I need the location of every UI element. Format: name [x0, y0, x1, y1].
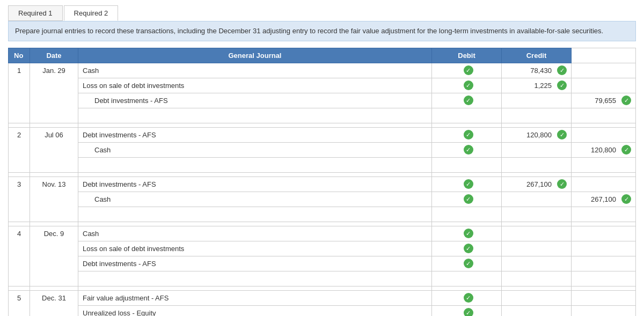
- account-cell: Cash: [78, 142, 432, 157]
- entry-no: 4: [9, 226, 30, 286]
- row-check: ✓: [432, 93, 502, 108]
- entry-date: Dec. 31: [30, 290, 78, 316]
- table-row: [9, 207, 636, 222]
- account-cell: Debt investments - AFS: [78, 256, 432, 271]
- row-check: [432, 108, 502, 123]
- table-row: Unrealized loss - Equity✓: [9, 305, 636, 316]
- entry-date: Jan. 29: [30, 63, 78, 123]
- description-box: Prepare journal entries to record these …: [8, 21, 636, 41]
- table-row: Debt investments - AFS✓: [9, 256, 636, 271]
- spacer-row: [9, 286, 636, 290]
- debit-cell: [502, 305, 572, 316]
- account-cell: Loss on sale of debt investments: [78, 78, 432, 93]
- credit-cell: 79,655✓: [572, 93, 636, 108]
- table-row: 2Jul 06Debt investments - AFS✓120,800✓: [9, 127, 636, 142]
- debit-cell: [502, 207, 572, 222]
- table-row: 5Dec. 31Fair value adjustment - AFS✓: [9, 290, 636, 305]
- account-cell: [78, 207, 432, 222]
- header-date: Date: [30, 48, 78, 63]
- debit-cell: 120,800✓: [502, 127, 572, 142]
- row-check: ✓: [432, 127, 502, 142]
- account-cell: [78, 271, 432, 286]
- table-row: 1Jan. 29Cash✓78,430✓: [9, 63, 636, 78]
- table-row: Loss on sale of debt investments✓: [9, 241, 636, 256]
- row-check: [432, 157, 502, 172]
- credit-cell: [572, 290, 636, 305]
- debit-cell: 78,430✓: [502, 63, 572, 78]
- table-row: 3Nov. 13Debt investments - AFS✓267,100✓: [9, 177, 636, 192]
- table-row: Cash✓120,800✓: [9, 142, 636, 157]
- credit-cell: [572, 127, 636, 142]
- row-check: ✓: [432, 142, 502, 157]
- debit-cell: [502, 157, 572, 172]
- row-check: ✓: [432, 290, 502, 305]
- table-row: [9, 271, 636, 286]
- credit-cell: [572, 256, 636, 271]
- page-wrapper: Required 1 Required 2 Prepare journal en…: [0, 0, 644, 316]
- table-row: [9, 157, 636, 172]
- description-text: Prepare journal entries to record these …: [15, 27, 603, 35]
- row-check: ✓: [432, 78, 502, 93]
- credit-cell: [572, 78, 636, 93]
- row-check: ✓: [432, 192, 502, 207]
- tab-required1[interactable]: Required 1: [8, 5, 63, 21]
- debit-cell: [502, 226, 572, 241]
- credit-cell: [572, 108, 636, 123]
- account-cell: Cash: [78, 226, 432, 241]
- entry-date: Dec. 9: [30, 226, 78, 286]
- credit-cell: [572, 177, 636, 192]
- table-row: Cash✓267,100✓: [9, 192, 636, 207]
- table-row: 4Dec. 9Cash✓: [9, 226, 636, 241]
- spacer-row: [9, 123, 636, 127]
- journal-table: No Date General Journal Debit Credit 1Ja…: [8, 48, 636, 317]
- credit-cell: [572, 226, 636, 241]
- debit-cell: 267,100✓: [502, 177, 572, 192]
- account-cell: [78, 157, 432, 172]
- debit-cell: [502, 108, 572, 123]
- account-cell: Unrealized loss - Equity: [78, 305, 432, 316]
- debit-cell: 1,225✓: [502, 78, 572, 93]
- tab-bar: Required 1 Required 2: [8, 5, 636, 21]
- header-no: No: [9, 48, 30, 63]
- debit-cell: [502, 192, 572, 207]
- credit-cell: [572, 157, 636, 172]
- entry-no: 5: [9, 290, 30, 316]
- entry-date: Nov. 13: [30, 177, 78, 222]
- credit-cell: [572, 207, 636, 222]
- table-row: [9, 108, 636, 123]
- debit-cell: [502, 93, 572, 108]
- account-cell: Debt investments - AFS: [78, 127, 432, 142]
- credit-cell: [572, 63, 636, 78]
- row-check: ✓: [432, 305, 502, 316]
- credit-cell: 120,800✓: [572, 142, 636, 157]
- entry-no: 1: [9, 63, 30, 123]
- row-check: ✓: [432, 63, 502, 78]
- row-check: ✓: [432, 177, 502, 192]
- header-debit: Debit: [432, 48, 502, 63]
- account-cell: Loss on sale of debt investments: [78, 241, 432, 256]
- row-check: ✓: [432, 256, 502, 271]
- credit-cell: [572, 241, 636, 256]
- tab-required2[interactable]: Required 2: [64, 5, 119, 21]
- debit-cell: [502, 290, 572, 305]
- account-cell: Debt investments - AFS: [78, 177, 432, 192]
- account-cell: Debt investments - AFS: [78, 93, 432, 108]
- account-cell: Fair value adjustment - AFS: [78, 290, 432, 305]
- account-cell: [78, 108, 432, 123]
- table-row: Debt investments - AFS✓79,655✓: [9, 93, 636, 108]
- debit-cell: [502, 256, 572, 271]
- account-cell: Cash: [78, 192, 432, 207]
- debit-cell: [502, 142, 572, 157]
- spacer-row: [9, 172, 636, 177]
- entry-no: 3: [9, 177, 30, 222]
- account-cell: Cash: [78, 63, 432, 78]
- row-check: ✓: [432, 226, 502, 241]
- row-check: [432, 207, 502, 222]
- credit-cell: [572, 305, 636, 316]
- row-check: ✓: [432, 241, 502, 256]
- spacer-row: [9, 222, 636, 226]
- entry-no: 2: [9, 127, 30, 172]
- header-credit: Credit: [502, 48, 572, 63]
- header-journal: General Journal: [78, 48, 432, 63]
- credit-cell: [572, 271, 636, 286]
